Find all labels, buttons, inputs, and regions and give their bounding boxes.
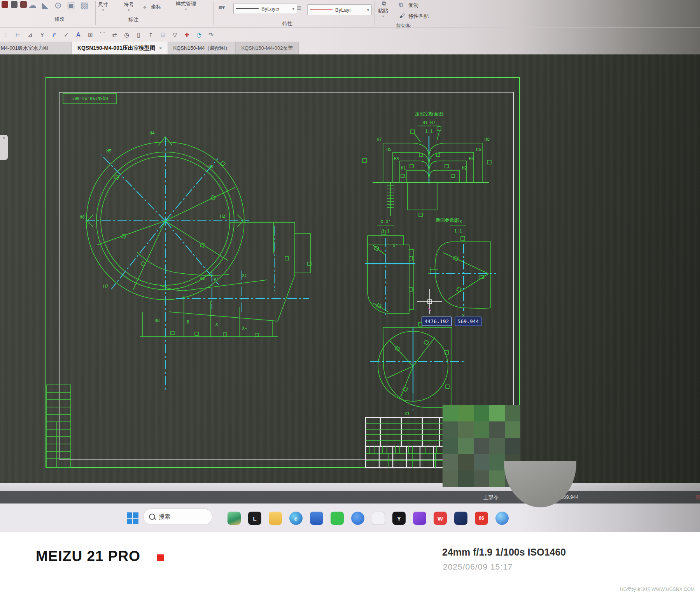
hatch-icon[interactable]: ▨ [80, 0, 88, 10]
match-properties-button[interactable]: 特性匹配 [408, 13, 429, 19]
linewidth-icon[interactable]: ≡▾ [219, 4, 225, 11]
brand-red-square [157, 554, 164, 561]
paste-button[interactable]: 粘贴▾ [378, 8, 388, 19]
datum-icon[interactable]: ⇡ [147, 31, 154, 38]
revision-cloud-icon[interactable]: ☁ [28, 0, 37, 10]
group-label-modify: 修改 [54, 16, 65, 23]
taskbar-search[interactable]: 搜索 [143, 509, 212, 525]
cluster-label-h7: H7 [377, 137, 382, 142]
mijia-app-icon[interactable]: Y [392, 512, 406, 525]
angle-circle-icon[interactable]: ◷ [123, 31, 130, 38]
status-right-clip: 属 [695, 494, 700, 501]
redo-icon[interactable] [20, 1, 27, 8]
status-mode[interactable]: 上部令 [483, 494, 499, 501]
dark-app-icon[interactable]: L [248, 512, 261, 525]
file-explorer-icon[interactable] [269, 512, 282, 525]
camera-info: 24mm f/1.9 1/100s ISO1460 [442, 547, 566, 558]
grip-icon[interactable]: ⋮ [2, 31, 10, 38]
section-d-view: X1 [370, 323, 465, 416]
linecolor-dropdown[interactable]: ByLayı▾ [307, 4, 372, 15]
quadrant-icon[interactable]: ◔ [195, 31, 203, 38]
wps-icon[interactable]: W [434, 512, 447, 525]
calculator-icon[interactable] [372, 512, 385, 525]
section-d-mark: X1 [404, 411, 410, 416]
paste-icon: ⧉ [382, 0, 386, 7]
label-nozzle-x2: X) [242, 273, 247, 278]
copy-button[interactable]: 复制 [408, 2, 418, 8]
leader-icon[interactable]: ʏ [38, 31, 46, 38]
style-manager-button[interactable]: 样式管理▾ [176, 1, 196, 12]
text-icon[interactable]: A [75, 31, 82, 38]
label-nozzle-x3: X» [242, 326, 247, 331]
cluster-label-h3: H3 [394, 156, 399, 161]
cad-drawing: KQSN150-M4-001 [0, 54, 700, 483]
dynamic-input[interactable]: 4476.192 569.944 [422, 317, 481, 326]
command-line[interactable] [0, 483, 700, 491]
capture-datetime: 2025/06/09 15:17 [443, 562, 513, 572]
leader-text-icon[interactable]: ↱ [51, 31, 58, 38]
save-icon[interactable] [2, 1, 8, 8]
windows-start-button[interactable] [127, 512, 138, 524]
label-nozzle-x: X [215, 322, 218, 327]
cluster-label-h4: H4 [469, 156, 474, 161]
section-b-scale: 1:1 [454, 229, 462, 234]
section-b-title: X-X [454, 219, 462, 224]
red-office-app-icon[interactable]: 06 [475, 512, 488, 525]
weather-app-icon[interactable] [228, 512, 241, 525]
symbol-button[interactable]: 符号▾ [124, 2, 134, 13]
linetype-dropdown[interactable]: ByLayer▾ [233, 3, 297, 14]
box-text-icon[interactable]: ▯ [135, 31, 142, 38]
browser-app-icon[interactable] [351, 512, 364, 525]
edge-browser-icon[interactable]: e [289, 512, 303, 525]
table-icon[interactable]: ⊞ [87, 31, 94, 38]
side-panel-collapsed[interactable]: × [0, 135, 8, 160]
target-cross-icon[interactable]: ✚ [183, 31, 191, 38]
purple-app-icon[interactable] [413, 512, 426, 525]
tab-discharge-chamber-active[interactable]: KQSN150-M4-001压出室模型图 × [72, 42, 168, 54]
coordinate-icon: ⌖ [143, 4, 146, 11]
section-cluster-view: 压出室断面图 H1-H7 1:1 [362, 111, 491, 217]
sphere-app-icon[interactable] [495, 512, 509, 525]
undo-icon[interactable] [11, 1, 18, 8]
label-h5: H5 [106, 149, 111, 154]
label-h3: H3 [208, 164, 214, 169]
tab-suction-chamber[interactable]: M4-001吸水室水力图 [0, 42, 72, 54]
label-h8: H8 [154, 318, 159, 323]
drawing-toolbar: ⋮ ⊢ ⊿ ʏ ↱ ✓ A ⊞ ⌒ ⇄ ◷ ▯ ⇡ ⌸ ▽ ✚ ◔ ↷ [0, 27, 700, 42]
quick-access-toolbar [2, 1, 27, 8]
cluster-label-h6: H6 [476, 147, 481, 152]
datum-triangle-icon[interactable]: ▽ [171, 31, 178, 38]
photo-caption-band: MEIZU 21 PRO 24mm f/1.9 1/100s ISO1460 2… [0, 532, 700, 596]
crosshair-cursor[interactable] [417, 289, 442, 314]
solid-box-icon[interactable]: ▣ [67, 0, 75, 10]
taskbar-icons: L e Y W 06 [228, 512, 509, 525]
tab-close-icon[interactable]: × [159, 45, 162, 51]
tab-pump-cover[interactable]: KQSN150-M4-002泵盖 [236, 42, 299, 54]
section-a-mark: X' [393, 243, 398, 248]
label-h2: H2 [220, 214, 225, 219]
symbol-table-icon[interactable]: ⌸ [159, 31, 166, 38]
check-icon[interactable]: ✓ [63, 31, 70, 38]
tab-assembly[interactable]: KQSN150-M4（装配图） [168, 42, 236, 54]
dim-angle-icon[interactable]: ⊿ [26, 31, 34, 38]
close-icon[interactable]: × [3, 135, 5, 140]
cluster-label-h1: H1 [401, 166, 406, 171]
dim-linear-icon[interactable]: ⊢ [14, 31, 22, 38]
cluster-title: 压出室断面图 [415, 111, 443, 117]
wechat-icon[interactable] [331, 512, 344, 525]
dimension-button[interactable]: 尺寸▾ [98, 2, 108, 13]
coordinate-button[interactable]: 坐标 [151, 4, 161, 10]
arc-dim-icon[interactable]: ⌒ [99, 31, 106, 38]
cluster-scale: 1:1 [425, 129, 433, 134]
left-revision-table [47, 385, 71, 467]
section-a-title: X-X' [381, 219, 391, 224]
dark-blue-app-icon[interactable] [454, 512, 467, 525]
circle-edit-icon[interactable]: ⊙ [54, 0, 61, 10]
swap-text-icon[interactable]: ⇄ [111, 31, 118, 38]
spline-arrow-icon[interactable]: ↷ [207, 31, 215, 38]
store-app-icon[interactable] [310, 512, 323, 525]
linestyle-icon[interactable]: ☰ [296, 5, 301, 12]
cluster-label-h2: H2 [462, 166, 467, 171]
section-b-view: X-X 1:1 X [428, 219, 496, 318]
chamfer-icon[interactable]: ◣ [42, 0, 49, 10]
